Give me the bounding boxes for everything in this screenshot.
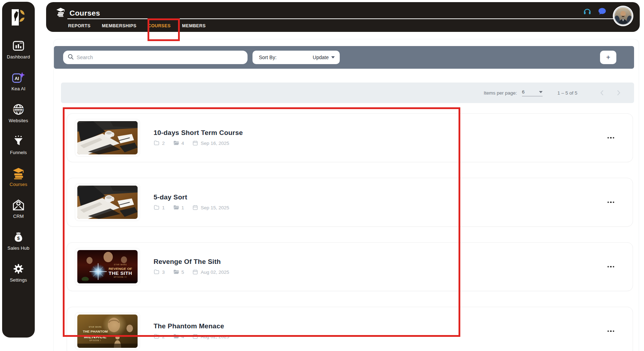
- add-course-button[interactable]: +: [600, 51, 616, 64]
- calendar-icon: [192, 204, 198, 211]
- course-date: Aug 02, 2025: [201, 334, 229, 339]
- course-card[interactable]: 5-day Sort 1 1 Sep 15, 2025: [67, 178, 633, 227]
- page-header: Courses REPORTS MEMBERSHIPS COURSES MEMB…: [46, 2, 640, 32]
- more-options-button[interactable]: [604, 134, 618, 142]
- course-title: 10-days Short Term Course: [154, 129, 243, 137]
- svg-text:STAR WARS: STAR WARS: [114, 264, 127, 266]
- folder-count: 1: [162, 205, 165, 210]
- more-options-button[interactable]: [604, 262, 618, 271]
- course-card[interactable]: STAR WARS THE PHANTOM MENACE EPISODE I T…: [67, 307, 633, 351]
- sidebar-item-sales-hub[interactable]: $ Sales Hub: [2, 228, 35, 251]
- folder-icon: [154, 269, 160, 276]
- header-divider: [67, 18, 614, 19]
- folder-icon: [154, 204, 160, 211]
- user-avatar[interactable]: [613, 6, 633, 26]
- page-range-label: 1 – 5 of 5: [557, 90, 577, 96]
- search-icon: [67, 53, 74, 61]
- folder-icon: [154, 333, 160, 340]
- kea-ai-icon: AI: [11, 70, 26, 85]
- items-per-page-select[interactable]: 6: [522, 89, 543, 96]
- sidebar-item-crm[interactable]: CRM: [2, 197, 35, 219]
- svg-text:STAR WARS: STAR WARS: [89, 326, 101, 328]
- search-input[interactable]: [77, 55, 243, 60]
- sort-by-value: Update: [313, 55, 329, 60]
- sidebar-item-funnels[interactable]: Funnels: [2, 133, 35, 155]
- sidebar-item-websites[interactable]: www Websites: [2, 101, 35, 123]
- funnels-icon: [12, 134, 25, 149]
- tab-memberships[interactable]: MEMBERSHIPS: [101, 21, 137, 30]
- course-date: Sep 16, 2025: [201, 141, 229, 146]
- next-page-button[interactable]: [615, 89, 622, 96]
- open-folder-icon: [173, 140, 179, 147]
- calendar-icon: [192, 140, 198, 147]
- sort-by-dropdown[interactable]: Sort By: Update: [252, 51, 340, 64]
- courses-header-icon: [55, 7, 66, 19]
- tab-reports[interactable]: REPORTS: [67, 21, 91, 30]
- svg-text:EPISODE III: EPISODE III: [114, 276, 127, 278]
- page-title: Courses: [70, 9, 100, 17]
- course-thumbnail[interactable]: STAR WARS THE PHANTOM MENACE EPISODE I: [75, 312, 140, 350]
- calendar-icon: [192, 333, 198, 340]
- course-card[interactable]: 10-days Short Term Course 2 4 Sep 16, 20…: [67, 113, 633, 162]
- folder-count: 2: [162, 334, 165, 339]
- course-meta: 2 4 Sep 16, 2025: [154, 140, 243, 147]
- support-headset-icon[interactable]: [582, 6, 592, 16]
- course-card[interactable]: STAR WARS REVENGE OF THE SITH EPISODE II…: [67, 242, 633, 291]
- header-tabs: REPORTS MEMBERSHIPS COURSES MEMBERS: [67, 21, 206, 30]
- items-per-page-value: 6: [522, 89, 525, 95]
- svg-text:AI: AI: [15, 76, 19, 81]
- course-title: The Phantom Menace: [154, 322, 235, 330]
- paginator: Items per page: 6 1 – 5 of 5: [61, 83, 634, 103]
- more-options-button[interactable]: [604, 327, 618, 336]
- sidebar-item-label: Sales Hub: [7, 245, 29, 251]
- folder-count: 3: [162, 270, 165, 275]
- svg-text:MENACE: MENACE: [84, 334, 106, 339]
- crm-icon: [12, 198, 25, 213]
- calendar-icon: [192, 269, 198, 276]
- sidebar-item-kea-ai[interactable]: AI Kea AI: [2, 69, 35, 91]
- sales-hub-icon: $: [12, 230, 25, 244]
- open-folder-icon: [173, 204, 179, 211]
- sidebar-item-dashboard[interactable]: Dashboard: [2, 37, 35, 60]
- sidebar-item-label: CRM: [13, 214, 24, 219]
- tab-courses[interactable]: COURSES: [147, 21, 172, 30]
- folder-count: 2: [162, 141, 165, 146]
- course-meta: 3 5 Aug 02, 2025: [154, 269, 235, 276]
- websites-icon: www: [12, 102, 25, 117]
- chevron-down-icon: [331, 56, 335, 58]
- course-date: Aug 02, 2025: [201, 270, 229, 275]
- sidebar-item-label: Courses: [10, 182, 27, 187]
- more-options-button[interactable]: [604, 198, 618, 207]
- open-folder-icon: [173, 333, 179, 340]
- sidebar-item-label: Websites: [9, 118, 28, 123]
- dashboard-icon: [12, 38, 25, 53]
- sidebar-item-courses[interactable]: Courses: [2, 165, 35, 187]
- folder-count: 4: [182, 334, 184, 339]
- course-date: Sep 15, 2025: [201, 205, 229, 210]
- svg-text:THE SITH: THE SITH: [109, 271, 132, 276]
- items-per-page-label: Items per page:: [484, 90, 517, 96]
- folder-icon: [154, 140, 160, 147]
- svg-text:EPISODE I: EPISODE I: [89, 340, 101, 341]
- course-meta: 2 4 Aug 02, 2025: [154, 333, 235, 340]
- svg-text:REVENGE OF: REVENGE OF: [109, 267, 132, 271]
- sidebar-item-label: Settings: [10, 277, 27, 283]
- sidebar-item-label: Funnels: [10, 150, 27, 155]
- course-thumbnail[interactable]: STAR WARS REVENGE OF THE SITH EPISODE II…: [75, 248, 140, 285]
- course-thumbnail[interactable]: [75, 119, 140, 157]
- folder-count: 1: [182, 205, 184, 210]
- sidebar-item-settings[interactable]: Settings: [2, 260, 35, 283]
- sidebar-item-label: Kea AI: [11, 86, 26, 91]
- open-folder-icon: [173, 269, 179, 276]
- svg-text:www: www: [14, 108, 23, 112]
- chat-icon[interactable]: [597, 6, 607, 16]
- courses-icon: [11, 166, 26, 181]
- course-title: 5-day Sort: [154, 193, 235, 201]
- kea-logo[interactable]: [9, 8, 28, 27]
- course-thumbnail[interactable]: [75, 183, 140, 221]
- previous-page-button[interactable]: [599, 89, 606, 96]
- folder-count: 5: [182, 270, 184, 275]
- tab-members[interactable]: MEMBERS: [181, 21, 206, 30]
- course-meta: 1 1 Sep 15, 2025: [154, 204, 235, 211]
- chevron-down-icon: [539, 91, 543, 93]
